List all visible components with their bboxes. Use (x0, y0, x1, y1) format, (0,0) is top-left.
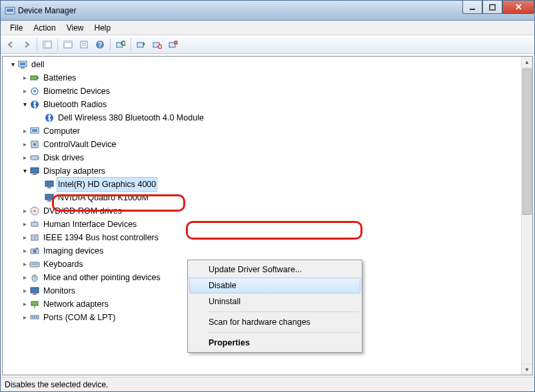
expander-icon[interactable] (20, 244, 29, 258)
expander-icon[interactable] (20, 258, 29, 271)
properties-button[interactable] (77, 37, 91, 52)
context-scan-hardware[interactable]: Scan for hardware changes (189, 314, 360, 330)
disable-button[interactable] (150, 37, 165, 52)
window-title: Device Manager (18, 6, 462, 15)
expander-icon[interactable] (20, 151, 29, 164)
svg-rect-40 (33, 174, 37, 175)
node-label: Ports (COM & LPT) (42, 311, 117, 324)
help-topics-button[interactable]: ? (93, 37, 107, 52)
tree-category-biometric[interactable]: Biometric Devices (5, 85, 532, 98)
tree-root[interactable]: dell (5, 58, 532, 71)
content-area: dell Batteries Biometric Devices Bluetoo… (1, 54, 534, 377)
expander-icon[interactable] (20, 218, 29, 231)
expander-icon[interactable] (20, 284, 29, 297)
svg-rect-41 (45, 181, 53, 186)
maximize-button[interactable] (482, 1, 502, 14)
bluetooth-icon (29, 99, 40, 110)
tree-device-nvidia[interactable]: NVIDIA Quadro K1000M (5, 191, 532, 204)
context-separator (208, 332, 359, 333)
bluetooth-icon (44, 112, 55, 123)
scan-hardware-button[interactable] (113, 37, 128, 52)
svg-rect-47 (31, 222, 38, 226)
port-icon (29, 312, 40, 323)
tree-category-display[interactable]: Display adapters (5, 164, 532, 178)
node-label: Human Interface Devices (42, 218, 138, 231)
tree-device-bt-module[interactable]: Dell Wireless 380 Bluetooth 4.0 Module (5, 111, 532, 124)
expander-icon[interactable] (20, 164, 29, 178)
console-tree-button[interactable] (40, 37, 55, 52)
menu-help[interactable]: Help (89, 22, 117, 34)
menu-file[interactable]: File (5, 22, 28, 34)
update-driver-button[interactable] (134, 37, 149, 52)
minimize-button[interactable] (462, 1, 482, 14)
expander-icon[interactable] (20, 231, 29, 244)
help-button[interactable] (61, 37, 75, 52)
svg-point-52 (33, 250, 37, 253)
scroll-thumb[interactable] (522, 69, 532, 215)
expander-icon[interactable] (8, 58, 17, 71)
node-label-selected: Intel(R) HD Graphics 4000 (57, 177, 157, 192)
tree-category-bluetooth[interactable]: Bluetooth Radios (5, 98, 532, 111)
uninstall-button[interactable] (166, 37, 181, 52)
node-label: Dell Wireless 380 Bluetooth 4.0 Module (57, 111, 205, 124)
statusbar-text: Disables the selected device. (5, 380, 108, 389)
tree-category-disk[interactable]: Disk drives (5, 151, 532, 164)
context-menu: Update Driver Software... Disable Uninst… (187, 260, 362, 353)
svg-text:Y: Y (33, 236, 37, 240)
svg-rect-3 (490, 5, 495, 10)
expander-icon[interactable] (20, 85, 29, 98)
tree-category-ieee1394[interactable]: Y IEEE 1394 Bus host controllers (5, 231, 532, 244)
context-update-driver[interactable]: Update Driver Software... (189, 262, 360, 278)
context-separator (208, 311, 359, 312)
tree-category-controlvault[interactable]: ControlVault Device (5, 138, 532, 151)
mouse-icon (29, 272, 40, 283)
expander-icon[interactable] (20, 124, 29, 138)
tree-device-intel-hd[interactable]: Intel(R) HD Graphics 4000 (5, 178, 532, 191)
node-label: DVD/CD-ROM drives (42, 204, 123, 218)
vault-icon (29, 139, 40, 150)
expander-icon[interactable] (20, 71, 29, 85)
statusbar: Disables the selected device. (1, 377, 534, 391)
tree-category-batteries[interactable]: Batteries (5, 71, 532, 85)
close-button[interactable]: ✕ (502, 1, 534, 14)
device-manager-window: Device Manager ✕ File Action View Help ? (0, 0, 535, 392)
svg-rect-44 (47, 200, 51, 202)
titlebar[interactable]: Device Manager ✕ (1, 1, 534, 21)
monitor-icon (29, 286, 40, 296)
expander-icon[interactable] (20, 98, 29, 111)
svg-point-38 (37, 157, 38, 158)
menu-action[interactable]: Action (28, 22, 61, 34)
expander-icon[interactable] (20, 271, 29, 284)
menu-view[interactable]: View (61, 22, 89, 34)
context-uninstall[interactable]: Uninstall (189, 294, 360, 309)
node-label: Keyboards (42, 258, 85, 271)
forward-button[interactable] (19, 37, 34, 52)
context-properties[interactable]: Properties (189, 335, 360, 351)
expander-icon[interactable] (20, 311, 29, 324)
svg-rect-60 (31, 301, 38, 305)
svg-text:?: ? (98, 41, 102, 49)
context-disable[interactable]: Disable (189, 278, 360, 294)
expander-icon[interactable] (20, 204, 29, 218)
monitor-icon (44, 179, 55, 190)
node-label: Mice and other pointing devices (42, 271, 162, 284)
scroll-up-arrow[interactable]: ▲ (522, 57, 532, 68)
svg-rect-43 (45, 194, 53, 200)
svg-point-30 (33, 90, 36, 93)
node-label: Imaging devices (42, 244, 105, 258)
scroll-down-arrow[interactable]: ▼ (522, 363, 532, 375)
node-label: Display adapters (42, 164, 107, 178)
svg-rect-58 (31, 288, 39, 293)
cdrom-icon (29, 206, 40, 216)
expander-icon[interactable] (20, 297, 29, 311)
svg-point-46 (34, 210, 36, 212)
vertical-scrollbar[interactable]: ▲ ▼ (521, 57, 532, 375)
tree-category-dvd[interactable]: DVD/CD-ROM drives (5, 204, 532, 218)
tree-category-computer[interactable]: Computer (5, 124, 532, 138)
menubar: File Action View Help (1, 21, 534, 35)
tree-category-imaging[interactable]: Imaging devices (5, 244, 532, 258)
tree-category-hid[interactable]: Human Interface Devices (5, 218, 532, 231)
expander-icon[interactable] (20, 138, 29, 151)
keyboard-icon (29, 259, 40, 270)
back-button[interactable] (3, 37, 18, 52)
